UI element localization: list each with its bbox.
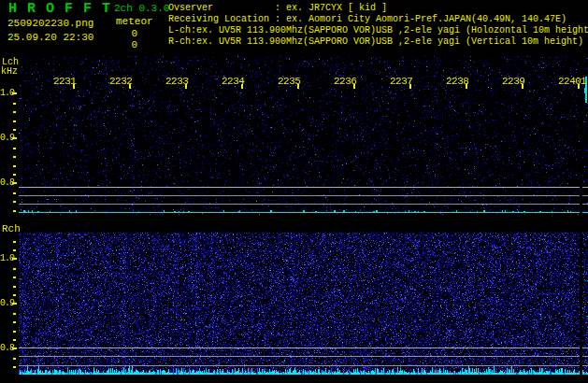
time-tick [578,84,580,89]
rch-spectrogram [19,233,588,375]
rch-freq-minor-tick [13,241,16,243]
observer-line: Ovserver : ex. JR7CYX [ kid ] [168,3,387,13]
lch-freq-minor-tick [13,174,16,176]
lch-freq-label: 0.8 [0,177,12,188]
lch-freq-minor-tick [13,156,16,158]
rch-freq-minor-tick [13,286,16,288]
app-version: 2ch 0.3.0 [114,3,169,14]
lch-freq-minor-tick [13,192,16,194]
lch-freq-minor-tick [13,148,16,149]
lch-freq-minor-tick [13,129,16,131]
time-tick [466,84,467,89]
lch-freq-major-tick [12,137,17,139]
rch-freq-minor-tick [13,339,16,341]
rch-freq-label: 1.0 [0,253,12,263]
time-tick [409,84,411,89]
time-tick [522,84,523,89]
rch-config-line: R-ch:ex. UV5R 113.900Mhz(SAPPORO VOR)USB… [168,36,583,47]
rch-freq-major-tick [12,258,17,260]
rch-freq-minor-tick [13,331,16,333]
rch-freq-minor-tick [13,268,16,270]
khz-unit-label: kHz [1,66,18,77]
app-title: H R O F F T [8,2,111,18]
lch-freq-minor-tick [13,103,16,105]
mode-label: meteor [116,16,153,27]
lch-freq-label: 0.9 [0,133,12,143]
time-axis-partial-label: 1 [581,76,586,87]
lch-freq-label: 1.0 [0,88,12,98]
rch-freq-minor-tick [13,366,16,368]
lch-freq-minor-tick [13,210,16,212]
lch-freq-minor-tick [13,201,16,203]
hrofft-window: H R O F F T 2ch 0.3.0 meteor 2509202230.… [0,0,588,383]
rch-freq-minor-tick [13,321,16,323]
rch-freq-major-tick [12,348,17,349]
time-tick [353,84,355,89]
rch-freq-minor-tick [13,313,16,315]
rch-freq-label: 0.8 [0,343,12,353]
rch-freq-minor-tick [13,277,16,278]
location-line: Receiving Location : ex. Aomori City Aom… [168,14,566,24]
lch-freq-major-tick [12,182,17,184]
rch-panel-label: Rch [2,223,21,234]
capture-filename: 2509202230.png [7,18,93,29]
capture-datetime: 25.09.20 22:30 [7,32,93,43]
rch-echo-count: 0 [123,39,137,50]
rch-freq-minor-tick [13,249,16,251]
time-tick [185,84,187,89]
lch-freq-minor-tick [13,111,16,113]
time-tick [297,84,299,89]
lch-config-line: L-ch:ex. UV5R 113.900Mhz(SAPPORO VOR)USB… [168,25,588,35]
rch-freq-minor-tick [13,358,16,360]
lch-freq-minor-tick [13,165,16,167]
rch-freq-minor-tick [13,294,16,296]
rch-freq-major-tick [12,303,17,305]
time-tick [241,84,243,89]
lch-freq-minor-tick [13,121,16,122]
lch-echo-count: 0 [123,28,137,39]
time-tick [73,84,75,89]
lch-freq-major-tick [12,92,17,94]
time-tick [129,84,131,89]
rch-freq-label: 0.9 [0,298,12,308]
